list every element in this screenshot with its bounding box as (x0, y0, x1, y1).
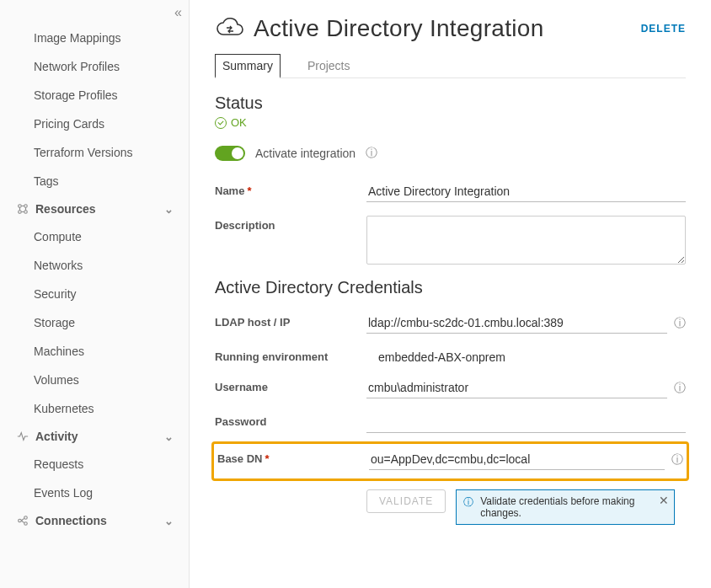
info-icon[interactable]: ⓘ (674, 381, 686, 396)
sidebar-item-label: Pricing Cards (34, 117, 104, 131)
description-textarea[interactable] (366, 216, 686, 265)
page-title: Active Directory Integration (254, 15, 544, 42)
tab-summary[interactable]: Summary (215, 54, 281, 78)
sidebar-item-network-profiles[interactable]: Network Profiles (0, 52, 189, 81)
svg-point-1 (24, 205, 28, 208)
name-label: Name* (215, 181, 366, 197)
info-icon[interactable]: ⓘ (366, 146, 377, 161)
sidebar-item-kubernetes[interactable]: Kubernetes (0, 394, 189, 423)
sidebar-group-connections[interactable]: Connections ⌄ (0, 507, 189, 534)
svg-point-2 (19, 211, 22, 214)
basedn-input[interactable] (369, 449, 665, 470)
svg-point-5 (24, 516, 28, 520)
tab-projects[interactable]: Projects (304, 54, 354, 78)
credentials-heading: Active Directory Credentials (215, 278, 686, 297)
validate-button[interactable]: VALIDATE (366, 489, 446, 513)
sidebar-item-security[interactable]: Security (0, 280, 189, 308)
sidebar-item-compute[interactable]: Compute (0, 222, 189, 251)
tab-bar: Summary Projects (215, 54, 686, 78)
sidebar-item-label: Requests (34, 457, 83, 471)
info-banner-text: Validate credentials before making chang… (480, 495, 667, 519)
basedn-label: Base DN* (217, 449, 369, 465)
sidebar-item-image-mappings[interactable]: Image Mappings (0, 24, 189, 52)
svg-point-4 (19, 519, 22, 522)
ldap-input[interactable] (366, 313, 667, 334)
sidebar-item-label: Tags (34, 174, 59, 188)
sidebar-item-networks[interactable]: Networks (0, 251, 189, 280)
sidebar-item-events-log[interactable]: Events Log (0, 478, 189, 507)
svg-point-6 (24, 522, 28, 526)
sidebar-group-label: Connections (35, 514, 107, 527)
env-value: embedded-ABX-onprem (366, 347, 505, 364)
chevron-down-icon: ⌄ (164, 203, 174, 216)
sidebar-item-label: Volumes (34, 373, 79, 387)
sidebar-item-label: Storage Profiles (34, 88, 118, 102)
close-icon[interactable]: ✕ (659, 494, 669, 507)
main-panel: Active Directory Integration DELETE Summ… (190, 0, 711, 588)
ok-check-icon (215, 117, 227, 129)
info-icon[interactable]: ⓘ (671, 452, 683, 468)
env-label: Running environment (215, 347, 366, 363)
svg-point-3 (24, 211, 28, 214)
sidebar-group-activity[interactable]: Activity ⌄ (0, 423, 189, 450)
sidebar-item-tags[interactable]: Tags (0, 167, 189, 195)
sidebar-item-pricing-cards[interactable]: Pricing Cards (0, 110, 189, 138)
description-label: Description (215, 216, 366, 232)
sidebar-item-label: Machines (34, 345, 84, 358)
sidebar-item-label: Storage (34, 316, 75, 329)
sidebar-item-machines[interactable]: Machines (0, 337, 189, 366)
sidebar-item-terraform-versions[interactable]: Terraform Versions (0, 138, 189, 167)
validate-info-banner: ⓘ Validate credentials before making cha… (456, 489, 675, 525)
resources-icon (17, 203, 29, 215)
basedn-highlight: Base DN* ⓘ (211, 441, 689, 481)
sidebar-group-resources[interactable]: Resources ⌄ (0, 195, 189, 222)
svg-point-0 (19, 205, 22, 208)
info-icon: ⓘ (463, 495, 473, 510)
cloud-integration-icon (215, 17, 245, 41)
sidebar: « Image Mappings Network Profiles Storag… (0, 0, 190, 588)
sidebar-item-label: Events Log (34, 486, 93, 500)
sidebar-item-requests[interactable]: Requests (0, 450, 189, 478)
username-label: Username (215, 377, 366, 393)
sidebar-collapse-icon[interactable]: « (174, 5, 182, 20)
status-value: OK (231, 116, 247, 129)
tab-label: Projects (307, 59, 350, 72)
sidebar-item-label: Security (34, 287, 77, 301)
username-input[interactable] (366, 377, 667, 398)
ldap-label: LDAP host / IP (215, 313, 366, 329)
sidebar-item-volumes[interactable]: Volumes (0, 366, 189, 394)
sidebar-item-storage[interactable]: Storage (0, 308, 189, 337)
sidebar-group-label: Activity (35, 430, 78, 443)
sidebar-group-label: Resources (35, 202, 96, 216)
delete-button[interactable]: DELETE (641, 23, 686, 35)
sidebar-item-label: Terraform Versions (34, 146, 132, 159)
password-label: Password (215, 412, 366, 428)
sidebar-item-label: Network Profiles (34, 60, 120, 73)
connections-icon (17, 515, 29, 527)
sidebar-item-label: Compute (34, 230, 82, 243)
sidebar-item-label: Networks (34, 259, 83, 272)
activate-toggle[interactable] (215, 146, 245, 161)
name-input[interactable] (366, 181, 686, 202)
activate-label: Activate integration (255, 147, 356, 160)
chevron-down-icon: ⌄ (164, 430, 174, 443)
info-icon[interactable]: ⓘ (674, 316, 686, 331)
sidebar-item-label: Kubernetes (34, 402, 94, 415)
sidebar-item-label: Image Mappings (34, 31, 121, 45)
sidebar-item-storage-profiles[interactable]: Storage Profiles (0, 81, 189, 110)
tab-label: Summary (222, 59, 273, 72)
status-indicator: OK (215, 116, 686, 129)
status-heading: Status (215, 94, 686, 113)
activity-icon (17, 430, 29, 442)
password-input[interactable] (366, 412, 686, 433)
chevron-down-icon: ⌄ (164, 515, 174, 527)
